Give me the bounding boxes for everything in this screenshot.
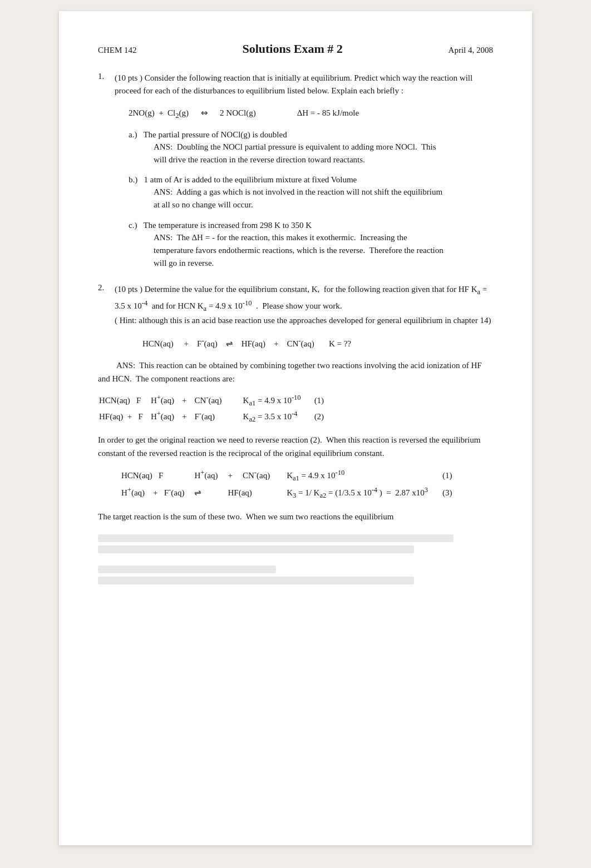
cr1-arrow: H+(aq): [190, 468, 222, 484]
r2-arrow: H+(aq): [147, 409, 178, 424]
blur-1: [98, 534, 454, 542]
exam-date: April 4, 2008: [449, 46, 493, 55]
course-label: CHEM 142: [98, 46, 137, 55]
cr1-plus: +: [224, 468, 237, 484]
q1-intro: (10 pts ) Consider the following reactio…: [115, 72, 493, 98]
blur-4: [98, 577, 414, 584]
cr2-left1: H+(aq) + F-(aq): [121, 485, 189, 501]
q2-final-text: The target reaction is the sum of these …: [98, 510, 493, 523]
r2-K: Ka2 = 3.5 x 10-4: [226, 409, 304, 424]
cr2-right: HF(aq): [224, 485, 275, 501]
q1-a-answer: ANS: Doubling the NOCl partial pressure …: [154, 141, 493, 167]
question-1: 1. (10 pts ) Consider the following reac…: [98, 72, 493, 270]
q1-part-c: c.) The temperature is increased from 29…: [129, 221, 493, 270]
r1-right: CN-(aq): [191, 393, 225, 408]
q2-reaction: HCN(aq) + F-(aq) ⇌ HF(aq) + CN-(aq) K = …: [142, 337, 493, 349]
q2-reaction-text: HCN(aq) + F-(aq) ⇌ HF(aq) + CN-(aq) K = …: [142, 337, 351, 349]
q1-reaction: 2NO(g) + Cl2(g) ⇔ 2 NOCl(g) ΔH = - 85 kJ…: [129, 108, 493, 120]
question-2: 2. (10 pts ) Determine the value for the…: [98, 283, 493, 584]
component-reactions-table: HCN(aq) F H+(aq) + CN-(aq) Ka1 = 4.9 x 1…: [98, 392, 328, 425]
cr1-num: (1): [434, 468, 457, 484]
cr2-num: (3): [434, 485, 457, 501]
q1-header: 1. (10 pts ) Consider the following reac…: [98, 72, 493, 98]
r1-num: (1): [306, 393, 328, 408]
header: CHEM 142 Solutions Exam # 2 April 4, 200…: [98, 42, 493, 56]
q2-header: 2. (10 pts ) Determine the value for the…: [98, 283, 493, 327]
cr1-K: Ka1 = 4.9 x 10-10: [275, 468, 432, 484]
r1-left: HCN(aq) F: [99, 393, 146, 408]
q1-deltaH: ΔH = - 85 kJ/mole: [297, 108, 359, 118]
combined-row-1: HCN(aq) F H+(aq) + CN-(aq) Ka1 = 4.9 x 1…: [121, 468, 457, 484]
q1-c-answer: ANS: The ΔH = - for the reaction, this m…: [154, 231, 493, 270]
q2-intro: (10 pts ) Determine the value for the eq…: [115, 283, 493, 327]
r2-left: HF(aq) + F: [99, 409, 146, 424]
cr2-K: K3 = 1/ Ka2 = (1/3.5 x 10-4 ) = 2.87 x10…: [275, 485, 432, 501]
cr1-right: CN-(aq): [238, 468, 274, 484]
r1-arrow: H+(aq): [147, 393, 178, 408]
reaction-row-2: HF(aq) + F H+(aq) + F-(aq) Ka2 = 3.5 x 1…: [99, 409, 327, 424]
r1-plus: +: [179, 393, 190, 408]
q1-number: 1.: [98, 72, 115, 81]
q1-reaction-arrow: ⇔: [196, 108, 212, 118]
q1-a-label: a.) The partial pressure of NOCl(g) is d…: [129, 130, 493, 140]
q2-explanation: In order to get the original reaction we…: [98, 433, 493, 460]
exam-title: Solutions Exam # 2: [242, 42, 342, 56]
cr2-arrow: ⇌: [190, 485, 222, 501]
q2-number: 2.: [98, 283, 115, 292]
r1-K: Ka1 = 4.9 x 10-10: [226, 393, 304, 408]
reaction-row-1: HCN(aq) F H+(aq) + CN-(aq) Ka1 = 4.9 x 1…: [99, 393, 327, 408]
exam-page: CHEM 142 Solutions Exam # 2 April 4, 200…: [59, 11, 532, 845]
q1-reaction-left: 2NO(g) + Cl2(g): [129, 108, 189, 120]
r2-right: F-(aq): [191, 409, 225, 424]
q1-reaction-right: 2 NOCl(g): [220, 108, 256, 118]
combined-row-2: H+(aq) + F-(aq) ⇌ HF(aq) K3 = 1/ Ka2 = (…: [121, 485, 457, 501]
q1-part-a: a.) The partial pressure of NOCl(g) is d…: [129, 130, 493, 167]
q2-ans-intro: ANS: This reaction can be obtained by co…: [98, 359, 493, 385]
q1-b-answer: ANS: Adding a gas which is not involved …: [154, 186, 493, 212]
q1-b-label: b.) 1 atm of Ar is added to the equilibr…: [129, 175, 493, 185]
r2-num: (2): [306, 409, 328, 424]
r2-plus: +: [179, 409, 190, 424]
blurred-continuation: [98, 534, 493, 584]
combined-reactions-table: HCN(aq) F H+(aq) + CN-(aq) Ka1 = 4.9 x 1…: [120, 467, 458, 502]
blur-2: [98, 545, 414, 553]
cr1-left: HCN(aq) F: [121, 468, 189, 484]
blur-3: [98, 566, 276, 573]
q1-c-label: c.) The temperature is increased from 29…: [129, 221, 493, 230]
q1-part-b: b.) 1 atm of Ar is added to the equilibr…: [129, 175, 493, 212]
